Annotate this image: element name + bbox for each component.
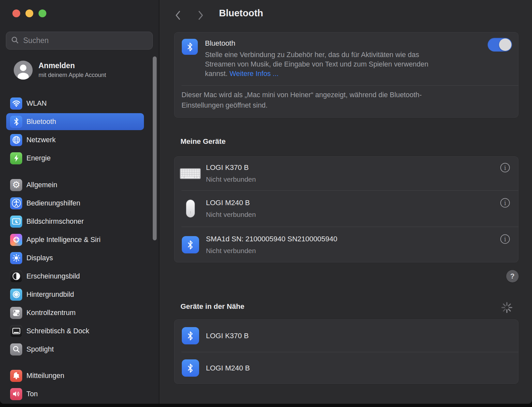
sidebar-item-label: Mitteilungen bbox=[26, 367, 64, 385]
bluetooth-toggle[interactable] bbox=[488, 38, 512, 52]
description-line: Streamen von Musik, die Eingabe von Text… bbox=[205, 60, 428, 69]
bt-device-icon bbox=[179, 320, 202, 352]
toggles-icon bbox=[10, 307, 22, 319]
svg-text:i: i bbox=[504, 199, 506, 206]
bluetooth-app-icon bbox=[182, 39, 198, 55]
screensaver-icon bbox=[10, 216, 22, 228]
back-button[interactable] bbox=[173, 9, 183, 22]
sidebar-item-energie[interactable]: Energie bbox=[0, 149, 159, 167]
device-name: SMA1d SN: 2100005940 SN2100005940 bbox=[206, 235, 337, 243]
sidebar-group-2: Mitteilungen Ton bbox=[0, 367, 159, 403]
footer-line: Dieser Mac wird als „Mac mini von Heiner… bbox=[181, 90, 422, 100]
gear-icon: ⚙ bbox=[10, 179, 22, 191]
forward-button[interactable] bbox=[196, 9, 206, 22]
sign-in-item[interactable]: Anmelden mit deinem Apple Account bbox=[0, 55, 159, 85]
sidebar-group-1: ⚙Allgemein Bedienungshilfen Bildschirmsc… bbox=[0, 176, 159, 358]
device-row[interactable]: SMA1d SN: 2100005940 SN2100005940Nicht v… bbox=[174, 227, 518, 263]
description-text: Stelle eine Verbindung zu Zubehör her, d… bbox=[205, 51, 419, 59]
device-status: Nicht verbunden bbox=[206, 247, 256, 255]
bluetooth-description: Stelle eine Verbindung zu Zubehör her, d… bbox=[205, 50, 428, 79]
sidebar-item-bluetooth[interactable]: Bluetooth bbox=[0, 113, 159, 131]
sidebar-item-label: Bildschirmschoner bbox=[26, 212, 84, 231]
sidebar-item-label: Allgemein bbox=[26, 176, 57, 194]
device-name: LOGI K370 B bbox=[206, 332, 249, 340]
description-line: kannst. Weitere Infos ... bbox=[205, 69, 428, 79]
bt-device-icon bbox=[179, 352, 202, 384]
main-content: Bluetooth Bluetooth Stelle eine Verbindu… bbox=[159, 0, 532, 404]
desktop-icon bbox=[10, 325, 22, 337]
sidebar-item-label: Kontrollzentrum bbox=[26, 304, 76, 322]
close-button[interactable] bbox=[12, 9, 20, 17]
contrast-icon bbox=[10, 270, 22, 282]
search-input[interactable]: Suchen bbox=[6, 32, 153, 50]
sidebar-item-wlan[interactable]: WLAN bbox=[0, 94, 159, 113]
device-name: LOGI M240 B bbox=[206, 199, 250, 207]
sidebar-item-ton[interactable]: Ton bbox=[0, 385, 159, 403]
my-devices-card: LOGI K370 BNicht verbunden i LOGI M240 B… bbox=[174, 156, 519, 263]
nearby-devices-card: LOGI K370 B LOGI M240 B bbox=[174, 319, 519, 384]
device-status: Nicht verbunden bbox=[206, 211, 256, 219]
window: Suchen Anmelden mit deinem Apple Account… bbox=[0, 0, 532, 404]
zoom-button[interactable] bbox=[39, 9, 46, 17]
info-icon[interactable]: i bbox=[500, 234, 510, 244]
accessibility-icon bbox=[10, 197, 22, 209]
device-row[interactable]: LOGI K370 B bbox=[174, 320, 518, 352]
sign-in-title: Anmelden bbox=[39, 61, 75, 70]
sidebar-item-label: Spotlight bbox=[26, 340, 54, 358]
sidebar-item-label: Schreibtisch & Dock bbox=[26, 322, 89, 340]
card-divider bbox=[181, 85, 518, 86]
sidebar-item-spotlight[interactable]: Spotlight bbox=[0, 340, 159, 358]
bluetooth-visibility-note: Dieser Mac wird als „Mac mini von Heiner… bbox=[181, 90, 422, 111]
svg-text:i: i bbox=[504, 164, 506, 171]
nearby-devices-heading: Geräte in der Nähe bbox=[180, 302, 244, 311]
sidebar-item-mitteilungen[interactable]: Mitteilungen bbox=[0, 367, 159, 385]
bt-device-icon bbox=[179, 227, 202, 263]
sidebar-item-netzwerk[interactable]: Netzwerk bbox=[0, 131, 159, 149]
svg-text:i: i bbox=[504, 235, 506, 243]
sidebar-item-erscheinungsbild[interactable]: Erscheinungsbild bbox=[0, 267, 159, 285]
flower-icon bbox=[10, 289, 22, 301]
minimize-button[interactable] bbox=[25, 9, 33, 17]
sidebar-item-schreibtisch-dock[interactable]: Schreibtisch & Dock bbox=[0, 322, 159, 340]
bluetooth-icon bbox=[10, 116, 22, 128]
sun-icon bbox=[10, 252, 22, 264]
sidebar-item-displays[interactable]: Displays bbox=[0, 249, 159, 267]
sidebar-item-label: Netzwerk bbox=[26, 131, 56, 149]
footer-line: Einstellungen geöffnet sind. bbox=[181, 100, 422, 111]
sidebar-item-label: Energie bbox=[26, 149, 51, 167]
device-name: LOGI K370 B bbox=[206, 163, 249, 172]
system-settings-window: Suchen Anmelden mit deinem Apple Account… bbox=[0, 0, 532, 407]
sidebar-item-hintergrundbild[interactable]: Hintergrundbild bbox=[0, 285, 159, 304]
avatar bbox=[14, 61, 33, 80]
sidebar-item-bedienungshilfen[interactable]: Bedienungshilfen bbox=[0, 194, 159, 212]
bluetooth-card-title: Bluetooth bbox=[205, 39, 235, 48]
sidebar-item-kontrollzentrum[interactable]: Kontrollzentrum bbox=[0, 304, 159, 322]
device-row[interactable]: LOGI M240 B bbox=[174, 352, 518, 384]
sign-in-subtitle: mit deinem Apple Account bbox=[39, 72, 106, 79]
my-devices-heading: Meine Geräte bbox=[180, 137, 226, 146]
description-text: Streamen von Musik, die Eingabe von Text… bbox=[205, 60, 428, 68]
sidebar-item-bildschirmschoner[interactable]: Bildschirmschoner bbox=[0, 212, 159, 231]
bolt-icon bbox=[10, 152, 22, 164]
globe-icon bbox=[10, 134, 22, 146]
search-icon bbox=[11, 36, 19, 46]
wifi-icon bbox=[10, 98, 22, 110]
help-button[interactable]: ? bbox=[506, 270, 519, 282]
siri-icon bbox=[10, 234, 22, 246]
scanning-spinner-icon bbox=[501, 302, 512, 313]
speaker-icon bbox=[10, 388, 22, 400]
sidebar-scrollbar[interactable] bbox=[153, 56, 157, 240]
sidebar-item-apple-intelligence-siri[interactable]: Apple Intelligence & Siri bbox=[0, 231, 159, 249]
sidebar-item-label: Displays bbox=[26, 249, 53, 267]
device-row[interactable]: LOGI K370 BNicht verbunden i bbox=[174, 157, 518, 190]
mouse-icon bbox=[179, 190, 202, 227]
device-row[interactable]: LOGI M240 BNicht verbunden i bbox=[174, 190, 518, 227]
sidebar: Suchen Anmelden mit deinem Apple Account… bbox=[0, 0, 159, 404]
sidebar-item-label: Erscheinungsbild bbox=[26, 267, 80, 285]
info-icon[interactable]: i bbox=[500, 163, 510, 173]
info-icon[interactable]: i bbox=[500, 198, 510, 208]
device-name: LOGI M240 B bbox=[206, 364, 250, 372]
sidebar-item-allgemein[interactable]: ⚙Allgemein bbox=[0, 176, 159, 194]
more-info-link[interactable]: Weitere Infos ... bbox=[229, 70, 278, 78]
page-title: Bluetooth bbox=[219, 8, 263, 19]
